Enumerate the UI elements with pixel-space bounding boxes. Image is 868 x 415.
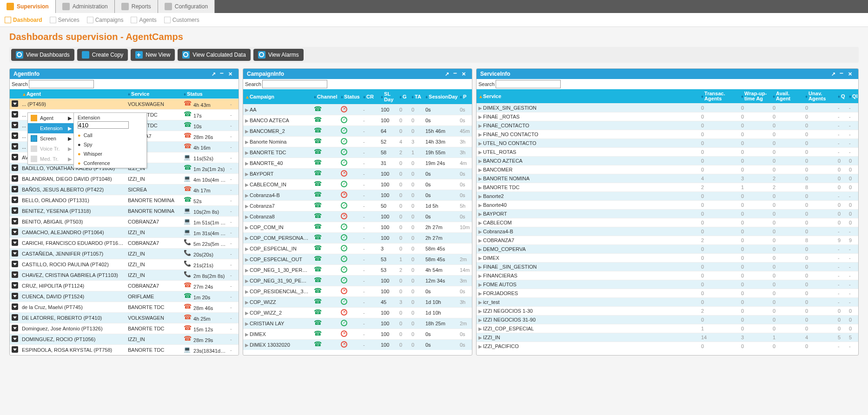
expand-icon[interactable]	[245, 332, 249, 337]
service-row[interactable]: DIMEX0000--	[477, 253, 858, 262]
expand-icon[interactable]	[478, 326, 482, 331]
service-row[interactable]: FINAE _ROTAS0000--	[477, 112, 858, 121]
expand-icon[interactable]	[478, 211, 482, 217]
expand-icon[interactable]	[478, 273, 482, 278]
expand-icon[interactable]	[478, 256, 482, 261]
expand-icon[interactable]	[478, 105, 482, 111]
row-menu-icon[interactable]	[12, 261, 18, 267]
service-row[interactable]: FINAE _SIN_GESTION0000--	[477, 262, 858, 271]
service-row[interactable]: BANCO AZTECA000000	[477, 156, 858, 165]
service-row[interactable]: IZZI_PACIFICO0000--	[477, 342, 858, 350]
subnav-agents[interactable]: Agents	[131, 17, 156, 23]
close-icon[interactable]	[228, 71, 235, 77]
row-menu-icon[interactable]	[12, 175, 18, 182]
campaign-row[interactable]: AA-100000s0s	[243, 104, 472, 115]
agent-row[interactable]: BENITO, ABIGAIL (PT503)COBRANZA7 1m 51s(…	[10, 216, 239, 227]
campaign-row[interactable]: Banorte Nomina-524314h 33m3h	[243, 136, 472, 147]
row-menu-icon[interactable]	[12, 218, 18, 224]
expand-icon[interactable]	[478, 300, 482, 305]
campaign-row[interactable]: CABLECOM_IN-100000s0s	[243, 179, 472, 190]
row-menu-icon[interactable]	[12, 239, 18, 246]
agent-row[interactable]: CARICHI, FRANCISCO EDUARDO (PT1616)COBRA…	[10, 237, 239, 248]
agent-row[interactable]: BALANDRAN, DIEGO DAVID (PT1048)IZZI_IN 4…	[10, 173, 239, 184]
agent-row[interactable]: ... (PT459)VOLKSWAGEN 4h 43m-	[10, 99, 239, 109]
col-avail-agent[interactable]: ♦Avail. Agent	[771, 91, 791, 101]
expand-icon[interactable]	[245, 236, 249, 241]
service-row[interactable]: FINAE_NO CONTACTO0000--	[477, 130, 858, 138]
col-wrapup[interactable]: ♦Wrap-up- time Ag	[739, 91, 771, 101]
view-calculated-data-button[interactable]: View Calculated Data	[178, 49, 251, 61]
expand-icon[interactable]	[478, 282, 482, 287]
row-menu-icon[interactable]	[12, 271, 18, 278]
expand-icon[interactable]	[478, 185, 482, 190]
service-row[interactable]: IZZI NEGOCIOS 31-90000000	[477, 315, 858, 324]
col-transac-agents[interactable]: ♦Transac. Agents	[699, 91, 725, 101]
subnav-campaigns[interactable]: Campaigns	[87, 17, 124, 23]
service-row[interactable]: BANCOMER000000	[477, 165, 858, 174]
row-menu-icon[interactable]	[12, 336, 18, 342]
service-row[interactable]: DIMEX_SIN_GESTION0000--	[477, 103, 858, 112]
expand-icon[interactable]	[245, 268, 249, 273]
expand-icon[interactable]	[478, 114, 482, 119]
row-menu-icon[interactable]	[12, 346, 18, 353]
row-menu-icon[interactable]	[12, 282, 18, 289]
create-copy-button[interactable]: Create Copy	[77, 49, 128, 61]
row-menu-icon[interactable]	[12, 293, 18, 299]
service-row[interactable]: BANORTE TDC212800	[477, 183, 858, 191]
campaign-row[interactable]: Cobranza7-50001d 5h5h	[243, 200, 472, 211]
col-service[interactable]: ▲Service	[477, 91, 699, 101]
agent-row[interactable]: BENITEZ, YESENIA (PT1318)BANORTE NOMINA …	[10, 205, 239, 216]
settings-icon[interactable]	[445, 71, 451, 77]
service-row[interactable]: Banorte20000--	[477, 191, 858, 200]
agent-row[interactable]: CASTAÑEDA, JENNIFER (PT1057)IZZI_IN 20s(…	[10, 248, 239, 259]
col-g[interactable]: ♦G	[398, 91, 410, 102]
expand-icon[interactable]	[478, 291, 482, 296]
expand-icon[interactable]	[245, 246, 249, 251]
col-sessionday[interactable]: ♦SessionDay	[424, 91, 458, 102]
expand-icon[interactable]	[478, 123, 482, 128]
row-menu-icon[interactable]	[12, 132, 18, 139]
service-row[interactable]: BAYPORT000000	[477, 209, 858, 218]
row-menu-icon[interactable]	[12, 100, 18, 107]
col-cr[interactable]: ♦CR	[361, 91, 379, 102]
agent-row[interactable]: BAÑOS, JESUS ALBERTO (PT422)SICREA 4h 17…	[10, 184, 239, 195]
row-menu-icon[interactable]	[12, 165, 18, 171]
expand-icon[interactable]	[245, 204, 249, 209]
campaign-row[interactable]: DIMEX 13032020-100000s0s	[243, 339, 472, 350]
expand-icon[interactable]	[478, 158, 482, 164]
service-row[interactable]: COBRANZA7200899	[477, 236, 858, 244]
expand-icon[interactable]	[478, 229, 482, 234]
campaign-row[interactable]: CRISTIAN LAY-1000018h 25m2m	[243, 318, 472, 329]
service-row[interactable]: FINAE_CONTACTO0000--	[477, 121, 858, 130]
expand-icon[interactable]	[478, 247, 482, 252]
submenu-item-whisper[interactable]: ●Whisper	[74, 149, 146, 158]
service-row[interactable]: CABLECOM000000	[477, 218, 858, 227]
campaign-row[interactable]: DIMEX-100000s0s	[243, 329, 472, 339]
submenu-item-spy[interactable]: ●Spy	[74, 140, 146, 149]
menu-item-agent[interactable]: Agent▶	[28, 113, 73, 123]
service-row[interactable]: IZZI NEGOCIOS 1-30200000	[477, 306, 858, 315]
agent-row[interactable]: DE LATORRE, ROBERTO (PT410)VOLKSWAGEN 4h…	[10, 312, 239, 323]
campaign-row[interactable]: COP_COM_IN-100002h 27m10m	[243, 222, 472, 232]
expand-icon[interactable]	[245, 310, 249, 316]
service-row[interactable]: icr_test0000--	[477, 297, 858, 306]
row-menu-icon[interactable]	[12, 197, 18, 203]
col-channel[interactable]: ♦Channel	[312, 91, 339, 102]
row-menu-icon[interactable]	[12, 250, 18, 257]
expand-icon[interactable]	[245, 257, 249, 262]
search-input[interactable]	[29, 80, 94, 88]
expand-icon[interactable]	[245, 343, 249, 348]
row-menu-icon[interactable]	[12, 111, 18, 118]
service-row[interactable]: Cobranza4-B0000--	[477, 227, 858, 236]
col-service[interactable]: ♦Service	[126, 91, 182, 97]
campaign-row[interactable]: COP_ESPECIAL_IN-30058m 45s	[243, 243, 472, 254]
expand-icon[interactable]	[245, 225, 249, 230]
tab-configuration[interactable]: Configuration	[158, 0, 215, 13]
submenu-item-call[interactable]: ●Call	[74, 131, 146, 140]
agent-row[interactable]: Dominguez, Jose Antonio (PT1326)BANORTE …	[10, 323, 239, 334]
row-menu-icon[interactable]	[12, 207, 18, 214]
minimize-icon[interactable]	[220, 71, 226, 77]
search-input[interactable]	[496, 80, 561, 88]
tab-reports[interactable]: Reports	[115, 0, 158, 13]
expand-icon[interactable]	[245, 289, 249, 294]
